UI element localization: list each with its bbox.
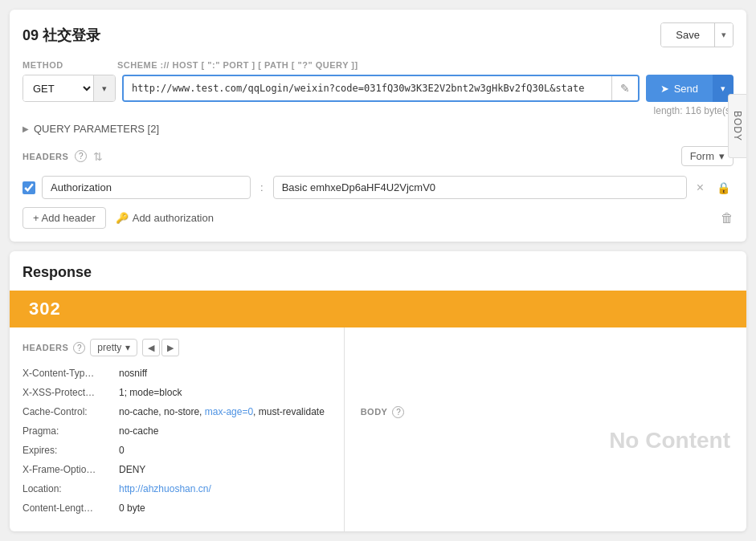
headers-title-left: HEADERS ? ⇅ [22, 150, 103, 163]
header-lock-button[interactable]: 🔒 [713, 181, 734, 194]
response-header-row: X-Frame-Optio…DENY [22, 462, 331, 477]
header-actions-row: + Add header 🔑 Add authorization 🗑 [22, 207, 734, 229]
response-headers-table: X-Content-Typ…nosniffX-XSS-Protect…1; mo… [22, 366, 331, 515]
add-authorization-button[interactable]: 🔑 Add authorization [116, 208, 214, 228]
response-header-value: no-cache [119, 424, 331, 438]
response-header-key: Cache-Control: [22, 405, 119, 419]
request-panel: 09 社交登录 Save ▾ METHOD SCHEME :// HOST [ … [10, 10, 746, 242]
send-icon: ➤ [660, 83, 669, 95]
headers-section: HEADERS ? ⇅ Form ▾ : × 🔒 + Add header 🔑 [22, 146, 734, 229]
add-auth-key-icon: 🔑 [116, 212, 129, 224]
pretty-label: pretty [97, 342, 121, 353]
header-colon: : [257, 181, 267, 193]
url-input[interactable] [124, 76, 611, 100]
form-arrow-icon: ▾ [719, 150, 725, 162]
response-headers-label: HEADERS [22, 343, 68, 352]
nav-left-button[interactable]: ◀ [142, 339, 160, 356]
header-row: : × 🔒 [22, 176, 734, 199]
response-header-value: 1; mode=block [119, 385, 331, 400]
save-button-group: Save ▾ [660, 22, 734, 47]
url-input-wrap: ✎ [122, 75, 640, 102]
pretty-format-button[interactable]: pretty ▾ [90, 339, 137, 356]
response-header-key: X-XSS-Protect… [22, 385, 119, 400]
response-header-value: DENY [119, 462, 331, 477]
send-button-group: ➤ Send ▾ [646, 75, 734, 102]
method-url-labels: METHOD SCHEME :// HOST [ ":" PORT ] [ PA… [22, 60, 734, 70]
header-clear-button[interactable]: × [693, 181, 707, 195]
add-auth-label: Add authorization [133, 212, 214, 224]
pretty-arrow-icon: ▾ [125, 342, 130, 353]
response-header-value: 0 byte [119, 501, 331, 515]
response-header-row: Content-Lengt…0 byte [22, 501, 331, 515]
response-header-key: X-Content-Typ… [22, 366, 119, 380]
save-button[interactable]: Save [661, 23, 714, 47]
headers-section-label: HEADERS [22, 152, 68, 161]
delete-header-button[interactable]: 🗑 [721, 211, 734, 226]
body-tab[interactable]: BODY [728, 93, 746, 157]
header-value-input[interactable] [273, 176, 687, 199]
response-header-key: Content-Lengt… [22, 501, 119, 515]
url-edit-button[interactable]: ✎ [611, 76, 638, 100]
response-header-row: Pragma:no-cache [22, 424, 331, 438]
headers-sort-icon[interactable]: ⇅ [93, 150, 103, 163]
url-scheme-hint: SCHEME :// HOST [ ":" PORT ] [ PATH [ "?… [117, 60, 358, 70]
response-panel: Response 302 HEADERS ? pretty ▾ ◀ ▶ X-Co… [10, 251, 746, 531]
response-header-key: Pragma: [22, 424, 119, 438]
response-body-label: BODY [361, 407, 388, 417]
method-arrow-icon[interactable]: ▾ [93, 75, 115, 101]
response-nav-arrows: ◀ ▶ [142, 339, 179, 356]
response-header-row: Location:http://ahzhuoshan.cn/ [22, 482, 331, 496]
response-headers-pane: HEADERS ? pretty ▾ ◀ ▶ X-Content-Typ…nos… [10, 327, 345, 531]
method-select-wrap: GET POST PUT DELETE ▾ [22, 75, 116, 102]
response-header-value: 0 [119, 443, 331, 458]
header-checkbox[interactable] [22, 181, 35, 194]
query-params-arrow-icon: ▶ [22, 124, 29, 133]
response-header-key: X-Frame-Optio… [22, 462, 119, 477]
send-button[interactable]: ➤ Send [646, 75, 713, 102]
method-url-row: GET POST PUT DELETE ▾ ✎ ➤ Send ▾ [22, 75, 734, 102]
title-row: 09 社交登录 Save ▾ [22, 22, 734, 47]
response-body-area: HEADERS ? pretty ▾ ◀ ▶ X-Content-Typ…nos… [10, 327, 746, 531]
query-params-label: QUERY PARAMETERS [2] [34, 123, 159, 135]
response-header-row: X-XSS-Protect…1; mode=block [22, 385, 331, 400]
url-length: length: 116 byte(s) [22, 105, 734, 116]
response-header-value: no-cache, no-store, max-age=0, must-reva… [119, 405, 331, 419]
response-status-code: 302 [29, 299, 61, 319]
response-header-key: Location: [22, 482, 119, 496]
nav-right-button[interactable]: ▶ [161, 339, 179, 356]
method-label: METHOD [22, 60, 111, 70]
query-params-toggle[interactable]: ▶ QUERY PARAMETERS [2] [22, 123, 734, 135]
method-select[interactable]: GET POST PUT DELETE [23, 75, 93, 101]
response-header-row: Expires:0 [22, 443, 331, 458]
response-body-info-icon[interactable]: ? [392, 406, 404, 418]
save-dropdown-arrow[interactable]: ▾ [714, 23, 733, 47]
response-header-row: X-Content-Typ…nosniff [22, 366, 331, 380]
send-label: Send [674, 83, 698, 95]
response-header-row: Cache-Control:no-cache, no-store, max-ag… [22, 405, 331, 419]
add-header-button[interactable]: + Add header [22, 207, 106, 229]
form-label: Form [690, 150, 714, 162]
no-content-message: No Content [609, 428, 730, 454]
header-actions-left: + Add header 🔑 Add authorization [22, 207, 214, 229]
response-title: Response [10, 251, 746, 291]
response-headers-info-icon[interactable]: ? [73, 342, 85, 354]
headers-format-button[interactable]: Form ▾ [681, 146, 734, 166]
header-key-input[interactable] [42, 176, 251, 199]
response-header-value[interactable]: http://ahzhuoshan.cn/ [119, 482, 331, 496]
headers-title-row: HEADERS ? ⇅ Form ▾ [22, 146, 734, 166]
response-body-pane: BODY ? No Content [345, 327, 746, 531]
response-headers-section-header: HEADERS ? pretty ▾ ◀ ▶ [22, 339, 331, 356]
response-status-bar: 302 [10, 291, 746, 327]
response-header-value: nosniff [119, 366, 331, 380]
response-header-key: Expires: [22, 443, 119, 458]
page-title: 09 社交登录 [22, 26, 100, 45]
headers-info-icon[interactable]: ? [75, 150, 87, 162]
